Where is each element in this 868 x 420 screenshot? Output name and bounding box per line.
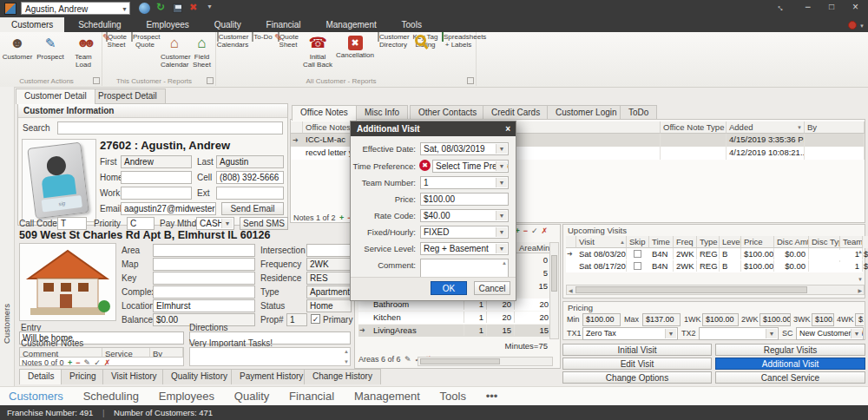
ribbon-customer-button[interactable]: ☻ Customer xyxy=(2,34,33,74)
col-level[interactable]: Level xyxy=(720,236,741,248)
scroll-up-icon[interactable]: ▲ xyxy=(344,349,349,354)
frequency-input[interactable]: 2WK xyxy=(306,258,352,271)
skip-checkbox[interactable] xyxy=(634,250,641,258)
restore-icon[interactable]: □ xyxy=(829,2,834,11)
wk3-input[interactable]: $100.00 xyxy=(812,313,834,326)
col-visit[interactable]: Visit▲ xyxy=(576,236,627,248)
add-icon[interactable]: + xyxy=(338,213,345,222)
rate-code-select[interactable]: $40.00▼ xyxy=(420,209,509,222)
ext-input[interactable] xyxy=(216,187,284,200)
cancel-button[interactable]: Cancel xyxy=(474,281,510,295)
complex-input[interactable] xyxy=(153,285,255,299)
vit-textarea[interactable]: ▲ ▼ xyxy=(189,347,351,366)
bottom-nav-tools[interactable]: Tools xyxy=(431,387,475,403)
ribbon-initial-call-back-button[interactable]: ☎ Initial Call Back xyxy=(303,34,332,74)
initial-visit-button[interactable]: Initial Visit xyxy=(562,344,712,356)
cancel-edit-icon[interactable]: ✗ xyxy=(102,358,113,367)
col-disc-type[interactable]: Disc Type xyxy=(809,236,840,248)
ribbon-tab-management[interactable]: Management xyxy=(314,17,387,32)
ribbon-spreadsheets-labels-button[interactable]: Spreadsheets + Labels xyxy=(442,34,475,74)
bottom-nav-financial[interactable]: Financial xyxy=(280,387,343,403)
dialog-launcher-icon[interactable] xyxy=(467,77,474,84)
ribbon-customer-calendar-button[interactable]: ⌂ Customer Calendar xyxy=(161,34,188,74)
ribbon-tab-scheduling[interactable]: Scheduling xyxy=(67,17,132,32)
location-input[interactable]: Elmhurst xyxy=(153,299,255,312)
customer-selector[interactable]: Agustin, Andrew ▼ xyxy=(21,2,130,15)
type-input[interactable]: Apartment xyxy=(306,285,352,299)
col-added[interactable]: Added▼ xyxy=(727,121,805,134)
ribbon-key-tag-listing-button[interactable]: Key Tag Listing xyxy=(411,34,440,74)
additional-visit-button[interactable]: Additional Visit xyxy=(715,358,865,370)
skip-checkbox[interactable] xyxy=(634,262,641,270)
scroll-down-icon[interactable]: ▼ xyxy=(344,359,349,364)
notes-col-comment[interactable]: Comment xyxy=(20,348,102,358)
col-freq[interactable]: Freq xyxy=(674,236,697,248)
email-input[interactable]: aagustin27@midwestern.edu xyxy=(121,202,216,215)
col-team[interactable]: Team xyxy=(840,236,863,248)
tab-prospect-detail[interactable]: Prospect Detail xyxy=(89,89,166,104)
ribbon-customer-calendars-button[interactable]: Customer Calendars xyxy=(216,34,249,74)
notes-col-by[interactable]: By xyxy=(150,348,183,358)
ribbon-team-load-button[interactable]: ☻☻ Team Load xyxy=(68,34,99,74)
notification-icon[interactable] xyxy=(848,21,857,30)
first-input[interactable]: Andrew xyxy=(121,155,192,168)
add-icon[interactable]: + xyxy=(66,358,74,367)
refresh-icon[interactable]: ↻ xyxy=(156,1,165,13)
ribbon-prospect-quote-button[interactable]: Prospect Quote xyxy=(131,34,159,74)
ribbon-todo-button[interactable]: To-Do xyxy=(251,34,273,74)
scroll-up-icon[interactable]: ▲ xyxy=(502,260,507,266)
col-rate[interactable] xyxy=(863,236,868,248)
pay-mthd-select[interactable]: CASH▼ xyxy=(196,217,234,230)
service-level-select[interactable]: Reg + Basement▼ xyxy=(420,242,509,255)
close-icon[interactable]: × xyxy=(852,1,858,13)
tab-pricing[interactable]: Pricing xyxy=(61,369,105,384)
tab-payment-history[interactable]: Payment History xyxy=(231,369,312,384)
ribbon-quote-sheet2-button[interactable]: ✎ Quote Sheet xyxy=(275,34,301,74)
notes-col-service[interactable]: Service xyxy=(102,348,150,358)
area-row[interactable]: ➜ LivingAreas 1 15 15 xyxy=(358,325,551,337)
ribbon-prospect-button[interactable]: ✎ Prospect xyxy=(35,34,66,74)
wk4-input[interactable]: $100.00 xyxy=(855,313,864,326)
cell-input[interactable]: (808) 392-5666 xyxy=(216,171,284,184)
areas-vscrollbar[interactable] xyxy=(549,242,559,339)
call-code-input[interactable]: T xyxy=(57,217,87,230)
areas-hscrollbar[interactable] xyxy=(418,357,553,366)
tx2-select[interactable]: ▼ xyxy=(699,327,779,340)
commit-icon[interactable]: ✓ xyxy=(529,226,540,235)
bottom-nav-customers[interactable]: Customers xyxy=(0,387,72,403)
bottom-nav-overflow[interactable]: ••• xyxy=(477,387,507,403)
ribbon-quote-sheet-button[interactable]: ✎ Quote Sheet xyxy=(103,34,129,74)
map-input[interactable] xyxy=(153,258,255,271)
house-photo[interactable] xyxy=(19,243,116,321)
remove-icon[interactable]: − xyxy=(74,358,82,367)
regular-visits-button[interactable]: Regular Visits xyxy=(715,344,865,356)
cancel-edit-icon[interactable]: ✗ xyxy=(539,226,549,235)
remove-icon[interactable]: − xyxy=(522,226,529,235)
ribbon-tab-tools[interactable]: Tools xyxy=(391,17,433,32)
col-skip[interactable]: Skip xyxy=(627,236,649,248)
ribbon-cancellation-button[interactable]: ✖ Cancellation xyxy=(334,34,376,74)
dialog-title-bar[interactable]: Additional Visit × xyxy=(351,121,516,136)
ok-button[interactable]: OK xyxy=(431,281,467,295)
col-time[interactable]: Time xyxy=(649,236,674,248)
ribbon-tab-quality[interactable]: Quality xyxy=(203,17,253,32)
effective-date-select[interactable]: Sat, 08/03/2019▼ xyxy=(420,142,509,155)
wk1-input[interactable]: $100.00 xyxy=(702,313,739,326)
col-office-note-type[interactable]: Office Note Type xyxy=(661,121,727,134)
tx1-select[interactable]: Zero Tax▼ xyxy=(582,327,678,340)
key-input[interactable] xyxy=(153,272,255,285)
fixed-hourly-select[interactable]: FIXED▼ xyxy=(420,226,509,239)
col-areamin[interactable]: AreaMin... xyxy=(516,242,551,253)
send-sms-button[interactable]: Send SMS xyxy=(240,217,288,230)
max-input[interactable]: $137.00 xyxy=(642,313,681,326)
col-price[interactable]: Price xyxy=(741,236,774,248)
ribbon-tab-financial[interactable]: Financial xyxy=(255,17,312,32)
min-input[interactable]: $100.00 xyxy=(582,313,621,326)
tab-visit-history[interactable]: Visit History xyxy=(102,369,166,384)
price-input[interactable]: $100.00 xyxy=(420,193,509,206)
upcoming-hscrollbar[interactable]: ◀ ▶ xyxy=(566,285,865,295)
prop-input[interactable]: 1 xyxy=(286,313,307,326)
ribbon-tab-customers[interactable]: Customers xyxy=(0,17,64,32)
cancel-service-button[interactable]: Cancel Service xyxy=(715,371,865,384)
minimize-icon[interactable]: − xyxy=(805,1,811,13)
